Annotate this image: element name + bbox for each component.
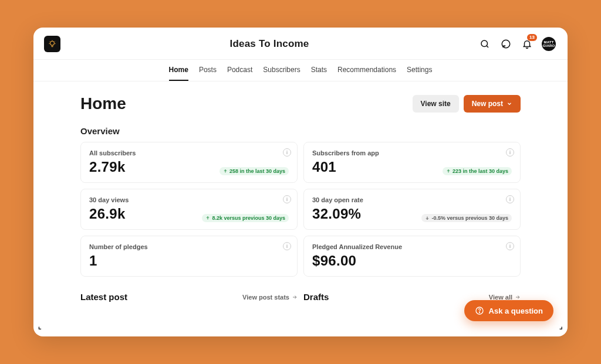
search-icon xyxy=(480,39,490,49)
view-site-button[interactable]: View site xyxy=(413,95,459,113)
chat-button[interactable] xyxy=(499,38,512,50)
stat-value: $96.00 xyxy=(312,253,356,269)
svg-point-4 xyxy=(479,312,480,312)
avatar[interactable]: MATT GIARO xyxy=(542,37,556,51)
lower-sections: Latest post View post stats Drafts View … xyxy=(80,292,521,302)
stat-value: 26.9k xyxy=(89,206,126,222)
new-post-button[interactable]: New post xyxy=(464,95,521,113)
tab-podcast[interactable]: Podcast xyxy=(227,66,252,81)
notification-badge: 13 xyxy=(527,34,537,41)
lightbulb-icon xyxy=(48,39,57,49)
stat-value: 1 xyxy=(89,253,97,269)
info-icon[interactable]: i xyxy=(283,242,291,250)
stat-delta: 223 in the last 30 days xyxy=(443,167,512,175)
arrow-up-icon xyxy=(205,216,210,220)
section-overview-title: Overview xyxy=(80,126,521,136)
stat-card[interactable]: i 30 day open rate 32.09% -0.5% versus p… xyxy=(303,189,521,230)
notifications-button[interactable]: 13 xyxy=(521,38,534,50)
view-all-label: View all xyxy=(489,294,512,301)
tab-recommendations[interactable]: Recommendations xyxy=(337,66,396,81)
stat-label: Subscribers from app xyxy=(312,149,512,157)
tab-posts[interactable]: Posts xyxy=(199,66,217,81)
tab-settings[interactable]: Settings xyxy=(407,66,432,81)
chat-icon xyxy=(501,39,511,49)
drafts-title: Drafts xyxy=(303,292,329,302)
head-buttons: View site New post xyxy=(413,95,521,113)
site-title: Ideas To Income xyxy=(60,38,478,50)
info-icon[interactable]: i xyxy=(283,195,291,203)
latest-post-title: Latest post xyxy=(80,292,127,302)
arrow-up-icon xyxy=(446,169,451,174)
page-head: Home View site New post xyxy=(80,94,521,113)
topbar: Ideas To Income 13 MATT GIARO xyxy=(33,28,568,60)
arrow-right-icon xyxy=(292,294,298,300)
tab-subscribers[interactable]: Subscribers xyxy=(263,66,300,81)
tab-home[interactable]: Home xyxy=(169,66,188,81)
stat-delta: 258 in the last 30 days xyxy=(220,167,289,175)
info-icon[interactable]: i xyxy=(506,242,514,250)
stat-value: 2.79k xyxy=(89,159,126,175)
new-post-label: New post xyxy=(472,100,503,108)
stat-label: Pledged Annualized Revenue xyxy=(312,243,512,250)
stat-label: 30 day views xyxy=(89,196,289,203)
svg-point-1 xyxy=(481,40,488,47)
arrow-up-icon xyxy=(223,169,228,174)
info-icon[interactable]: i xyxy=(283,148,291,157)
overview-cards: i All subscribers 2.79k 258 in the last … xyxy=(80,142,521,277)
ask-question-button[interactable]: Ask a question xyxy=(464,300,553,321)
info-icon[interactable]: i xyxy=(506,148,514,157)
stat-delta: 8.2k versus previous 30 days xyxy=(202,214,289,222)
ask-question-label: Ask a question xyxy=(489,307,543,315)
stat-delta-text: 8.2k versus previous 30 days xyxy=(212,215,285,221)
chat-question-icon xyxy=(475,306,484,315)
stat-card[interactable]: i Subscribers from app 401 223 in the la… xyxy=(303,142,521,183)
nav-tabs: Home Posts Podcast Subscribers Stats Rec… xyxy=(33,60,568,81)
stat-value: 32.09% xyxy=(312,206,361,222)
stat-card[interactable]: i All subscribers 2.79k 258 in the last … xyxy=(80,142,298,183)
stat-delta-text: 258 in the last 30 days xyxy=(229,168,285,174)
chevron-down-icon xyxy=(507,101,512,107)
stat-card[interactable]: i Number of pledges 1 xyxy=(80,236,298,277)
app-panel: Ideas To Income 13 MATT GIARO Home Posts… xyxy=(33,28,568,336)
view-post-stats-label: View post stats xyxy=(242,294,289,301)
crop-left-icon: ⌞ xyxy=(38,322,42,331)
stat-card[interactable]: i Pledged Annualized Revenue $96.00 xyxy=(303,236,521,277)
stat-delta-text: 223 in the last 30 days xyxy=(453,168,508,174)
stat-delta-text: -0.5% versus previous 30 days xyxy=(431,215,508,221)
stat-card[interactable]: i 30 day views 26.9k 8.2k versus previou… xyxy=(80,189,298,230)
info-icon[interactable]: i xyxy=(506,195,514,203)
tab-stats[interactable]: Stats xyxy=(311,66,327,81)
content: Home View site New post Overview i All s… xyxy=(33,81,568,334)
top-actions: 13 MATT GIARO xyxy=(478,37,556,51)
stat-value: 401 xyxy=(312,159,336,175)
view-all-drafts-link[interactable]: View all xyxy=(489,294,521,301)
crop-right-icon: ⌟ xyxy=(559,322,563,331)
arrow-down-icon xyxy=(425,216,430,220)
latest-post-section: Latest post View post stats xyxy=(80,292,298,302)
brand-logo[interactable] xyxy=(44,36,60,52)
search-button[interactable] xyxy=(478,38,491,50)
view-post-stats-link[interactable]: View post stats xyxy=(242,294,298,301)
svg-point-0 xyxy=(50,41,55,45)
arrow-right-icon xyxy=(515,294,521,300)
stat-delta: -0.5% versus previous 30 days xyxy=(421,214,512,222)
stat-label: 30 day open rate xyxy=(312,196,512,203)
stat-label: All subscribers xyxy=(89,149,289,157)
page-title: Home xyxy=(80,94,413,113)
stat-label: Number of pledges xyxy=(89,243,289,250)
